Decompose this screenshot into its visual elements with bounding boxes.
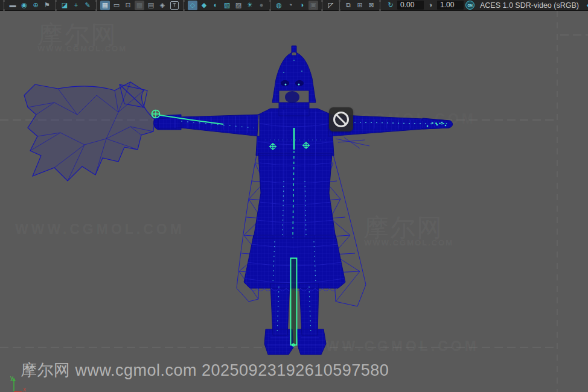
grid-toggle-icon[interactable]: ▦ — [100, 1, 110, 10]
resolution-gate-icon[interactable]: ⊡ — [123, 1, 133, 10]
film-gate-icon[interactable]: ▭ — [112, 1, 121, 10]
character-model — [24, 46, 453, 355]
leg-bone — [291, 258, 297, 345]
maya-window: ▬◉⊕⚑◪+✎▦▭⊡▩▤◈T◇◆◐▧▨☀●◍◔◑▣◸⧉⊞⊠↻0.00◑1.00O… — [0, 0, 588, 392]
x-axis-label: x — [23, 386, 26, 392]
annotate-icon[interactable]: ⊠ — [366, 1, 376, 10]
lighting-icon[interactable]: ☀ — [245, 1, 255, 10]
y-axis-label: y — [10, 375, 13, 381]
ambient-occlusion-icon[interactable]: ◍ — [274, 1, 284, 10]
body-wire-overlay — [154, 46, 453, 355]
bookmark-icon[interactable]: ⚑ — [42, 1, 52, 10]
panel-menu-icon[interactable]: ◆ — [584, 1, 588, 10]
anti-alias-icon[interactable]: ◑ — [297, 1, 307, 10]
lock-camera-icon[interactable]: ◉ — [19, 1, 29, 10]
copy-pane-icon[interactable]: ⧉ — [344, 1, 353, 10]
contrast-icon[interactable]: ◑ — [426, 1, 435, 10]
no-entry-icon — [329, 107, 353, 131]
swap-pane-icon[interactable]: ⊞ — [355, 1, 365, 10]
safe-title-icon[interactable]: T — [170, 1, 179, 10]
checker-icon[interactable]: ▨ — [234, 1, 243, 10]
view-transform-label[interactable]: ACES 1.0 SDR-video (sRGB) — [480, 1, 579, 10]
color-mgmt-toggle[interactable]: ON — [465, 1, 475, 10]
viewport-toolbar: ▬◉⊕⚑◪+✎▦▭⊡▩▤◈T◇◆◐▧▨☀●◍◔◑▣◸⧉⊞⊠↻0.00◑1.00O… — [0, 0, 588, 11]
watermark-site: WWW.CGMOL.COM — [364, 238, 453, 247]
textured-mode-icon[interactable]: ▧ — [222, 1, 232, 10]
grip-handle — [4, 2, 4, 9]
image-plane-icon[interactable]: ◪ — [60, 1, 69, 10]
no-entry-cursor-badge — [329, 107, 353, 131]
exposure-field[interactable]: 0.00 — [397, 1, 424, 10]
field-chart-icon[interactable]: ▤ — [146, 1, 156, 10]
gamma-field[interactable]: 1.00 — [437, 1, 464, 10]
separator-2 — [96, 2, 97, 9]
material-sphere-icon[interactable]: ◐ — [211, 1, 220, 10]
separator-3 — [184, 2, 184, 9]
refresh-icon[interactable]: ↻ — [386, 1, 395, 10]
separator-4 — [270, 2, 270, 9]
isolate-select-icon[interactable]: ◸ — [326, 1, 336, 10]
watermark-site: WWW.CGMOL.COM — [310, 338, 479, 354]
viewport-3d[interactable]: 摩尔网 WWW.CGMOL.COM WWW.CGMOL.COM WWW.CGMO… — [0, 11, 588, 392]
separator-1 — [56, 2, 56, 9]
site-caption: 摩尔网 www.cgmol.com 20250923192610597580 — [21, 359, 389, 381]
watermark-layer: 摩尔网 WWW.CGMOL.COM WWW.CGMOL.COM WWW.CGMO… — [15, 21, 479, 354]
wireframe-mode-icon[interactable]: ◇ — [188, 1, 197, 10]
paint-tool-icon[interactable]: ✎ — [83, 1, 92, 10]
separator-6 — [339, 2, 340, 9]
safe-action-icon[interactable]: ◈ — [158, 1, 167, 10]
toolbar-items: ▬◉⊕⚑◪+✎▦▭⊡▩▤◈T◇◆◐▧▨☀●◍◔◑▣◸⧉⊞⊠↻0.00◑1.00O… — [2, 0, 586, 11]
camera-attributes-icon[interactable]: ⊕ — [31, 1, 40, 10]
select-camera-icon[interactable]: ▬ — [8, 1, 18, 10]
shaded-mode-icon[interactable]: ◆ — [199, 1, 209, 10]
separator-7 — [380, 2, 380, 9]
scene-canvas: 摩尔网 WWW.CGMOL.COM WWW.CGMOL.COM WWW.CGMO… — [0, 11, 588, 392]
watermark-site: WWW.CGMOL.COM — [15, 221, 185, 237]
motion-blur-icon[interactable]: ◔ — [286, 1, 295, 10]
separator-5 — [322, 2, 322, 9]
watermark-site: WWW.CGMOL.COM — [37, 44, 127, 53]
shadows-icon[interactable]: ● — [257, 1, 266, 10]
gate-mask-icon[interactable]: ▩ — [135, 1, 144, 10]
weapon-mesh — [24, 82, 155, 181]
depth-of-field-icon[interactable]: ▣ — [308, 1, 318, 10]
snap-manipulator-icon[interactable]: + — [71, 1, 81, 10]
watermark-cn: 摩尔网 — [363, 213, 443, 242]
